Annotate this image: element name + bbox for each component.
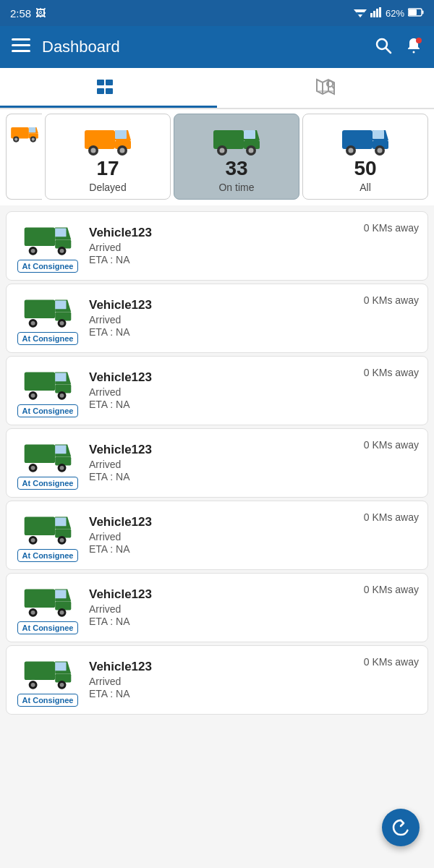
- top-nav: Dashboard: [0, 26, 434, 68]
- svg-rect-107: [25, 661, 55, 680]
- wifi-icon: [354, 7, 367, 20]
- svg-rect-90: [55, 445, 66, 454]
- vehicle-distance: 0 KMs away: [364, 367, 419, 378]
- vehicle-card[interactable]: At Consignee Vehicle123 Arrived ETA : NA…: [6, 356, 428, 425]
- search-icon[interactable]: [375, 37, 392, 57]
- status-bar: 2:58 🖼 62%: [0, 0, 434, 26]
- svg-rect-17: [97, 80, 104, 85]
- svg-rect-35: [85, 130, 115, 149]
- vehicle-info: Vehicle123 Arrived ETA : NA: [89, 660, 355, 699]
- vehicle-distance: 0 KMs away: [364, 656, 419, 668]
- svg-point-65: [60, 249, 64, 253]
- truck-icon: [23, 581, 72, 618]
- vehicle-eta: ETA : NA: [89, 688, 355, 699]
- vehicle-icon-col: At Consignee: [15, 364, 80, 417]
- signal-icon: [370, 7, 382, 20]
- bell-icon[interactable]: [405, 37, 422, 57]
- vehicle-card[interactable]: At Consignee Vehicle123 Arrived ETA : NA…: [6, 428, 428, 498]
- svg-rect-42: [115, 130, 127, 139]
- svg-rect-83: [25, 444, 55, 463]
- vehicle-card[interactable]: At Consignee Vehicle123 Arrived ETA : NA…: [6, 645, 428, 715]
- vehicle-status: Arrived: [89, 314, 355, 326]
- vehicle-info: Vehicle123 Arrived ETA : NA: [89, 587, 355, 627]
- svg-point-15: [413, 51, 415, 54]
- svg-rect-19: [97, 88, 104, 94]
- all-label: All: [359, 182, 371, 193]
- filter-card-ontime[interactable]: 33 On time: [174, 114, 299, 200]
- vehicle-name: Vehicle123: [89, 226, 355, 240]
- vehicle-card[interactable]: At Consignee Vehicle123 Arrived ETA : NA…: [6, 284, 428, 353]
- vehicle-info: Vehicle123 Arrived ETA : NA: [89, 226, 355, 265]
- svg-rect-8: [422, 10, 424, 14]
- vehicle-badge: At Consignee: [17, 260, 79, 273]
- vehicle-card[interactable]: At Consignee Vehicle123 Arrived ETA : NA…: [6, 573, 428, 642]
- svg-point-103: [31, 610, 35, 615]
- svg-rect-20: [106, 88, 113, 94]
- vehicle-name: Vehicle123: [89, 660, 355, 674]
- ontime-label: On time: [218, 182, 254, 193]
- vehicle-badge: At Consignee: [17, 404, 79, 417]
- svg-point-97: [60, 538, 64, 542]
- filter-card-all[interactable]: 50 All: [302, 114, 428, 200]
- photo-icon: 🖼: [35, 7, 46, 19]
- svg-rect-106: [55, 590, 66, 598]
- svg-rect-91: [25, 516, 55, 535]
- vehicle-distance: 0 KMs away: [364, 222, 419, 234]
- vehicle-icon-col: At Consignee: [15, 219, 80, 273]
- svg-rect-27: [11, 127, 29, 138]
- menu-icon[interactable]: [12, 38, 30, 56]
- svg-point-39: [91, 148, 96, 153]
- vehicle-list: At Consignee Vehicle123 Arrived ETA : NA…: [0, 205, 434, 720]
- vehicle-badge: At Consignee: [17, 694, 79, 707]
- vehicle-icon-col: At Consignee: [15, 653, 80, 707]
- tab-list[interactable]: [0, 68, 217, 108]
- vehicle-icon-col: At Consignee: [15, 292, 80, 345]
- svg-rect-67: [25, 299, 55, 318]
- truck-icon: [23, 436, 72, 474]
- svg-point-87: [31, 466, 35, 470]
- svg-rect-51: [342, 130, 373, 149]
- vehicle-status: Arrived: [89, 603, 355, 615]
- svg-rect-75: [25, 372, 55, 391]
- vehicle-eta: ETA : NA: [89, 471, 355, 482]
- filter-card-partial[interactable]: [6, 114, 42, 200]
- vehicle-name: Vehicle123: [89, 443, 355, 457]
- vehicle-name: Vehicle123: [89, 587, 355, 602]
- svg-rect-50: [244, 130, 255, 139]
- svg-rect-114: [55, 662, 66, 671]
- delayed-count: 17: [96, 158, 119, 180]
- svg-point-81: [60, 393, 64, 398]
- svg-point-57: [378, 148, 383, 153]
- svg-point-89: [60, 466, 64, 470]
- vehicle-card[interactable]: At Consignee Vehicle123 Arrived ETA : NA…: [6, 501, 428, 570]
- filter-card-delayed[interactable]: 17 Delayed: [45, 114, 171, 200]
- truck-icon: [23, 653, 72, 691]
- svg-point-95: [31, 538, 35, 542]
- vehicle-status: Arrived: [89, 459, 355, 470]
- time-display: 2:58: [10, 7, 31, 20]
- tab-map[interactable]: [217, 68, 434, 108]
- svg-rect-3: [370, 13, 373, 17]
- svg-rect-66: [55, 228, 66, 237]
- svg-rect-4: [373, 11, 375, 17]
- svg-point-33: [31, 138, 34, 141]
- svg-point-105: [60, 610, 64, 615]
- svg-marker-2: [358, 14, 362, 17]
- vehicle-icon-col: At Consignee: [15, 509, 80, 562]
- vehicle-name: Vehicle123: [89, 515, 355, 529]
- vehicle-info: Vehicle123 Arrived ETA : NA: [89, 298, 355, 338]
- vehicle-eta: ETA : NA: [89, 399, 355, 410]
- vehicle-distance: 0 KMs away: [364, 511, 419, 523]
- refresh-button[interactable]: [382, 809, 420, 846]
- svg-point-113: [60, 683, 64, 687]
- vehicle-status: Arrived: [89, 676, 355, 687]
- page-title: Dashboard: [42, 38, 363, 56]
- svg-point-41: [120, 148, 125, 153]
- vehicle-eta: ETA : NA: [89, 254, 355, 265]
- vehicle-card[interactable]: At Consignee Vehicle123 Arrived ETA : NA…: [6, 211, 428, 281]
- svg-rect-98: [55, 517, 66, 526]
- ontime-count: 33: [225, 158, 247, 180]
- truck-icon: [23, 219, 72, 257]
- svg-line-14: [386, 48, 391, 54]
- truck-icon: [23, 364, 72, 401]
